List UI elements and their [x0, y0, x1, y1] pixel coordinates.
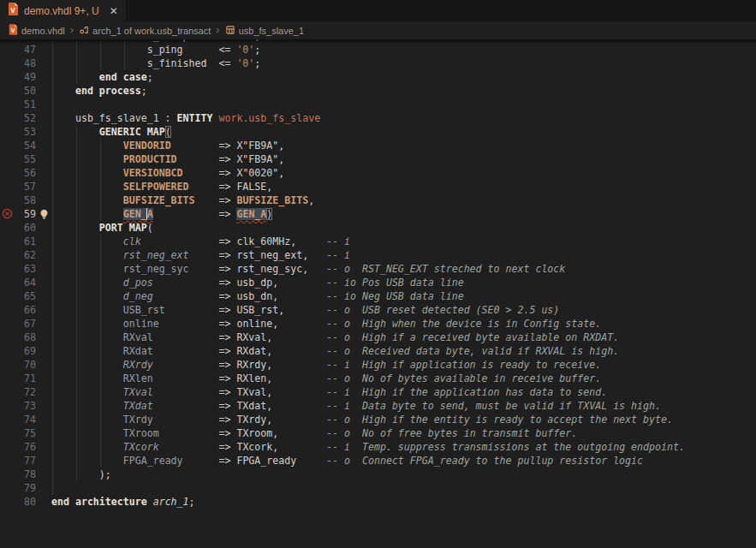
code-token	[51, 455, 123, 467]
line-number[interactable]: 50	[0, 84, 36, 98]
line-number[interactable]: 80	[0, 495, 36, 509]
code-line[interactable]: 53 GENERIC MAP(	[0, 125, 756, 139]
line-number[interactable]: 63	[0, 262, 36, 276]
code-line[interactable]: 62 rst_neg_ext => rst_neg_ext, -- i	[0, 248, 756, 262]
line-number[interactable]: 77	[0, 454, 36, 468]
indent-guide	[100, 152, 101, 166]
code-line[interactable]: 72 TXval => TXval, -- i High if the appl…	[0, 385, 756, 399]
code-line[interactable]: 59 GEN_A => GEN_A)	[0, 207, 756, 221]
code-line[interactable]: 73 TXdat => TXdat, -- i Data byte to sen…	[0, 399, 756, 413]
code-token	[147, 496, 153, 508]
code-line[interactable]: 58 BUFSIZE_BITS => BUFSIZE_BITS,	[0, 194, 756, 207]
line-number[interactable]: 51	[0, 98, 36, 111]
indent-guide	[124, 57, 125, 70]
code-line[interactable]: 69 RXdat => RXdat, -- o Received data by…	[0, 344, 756, 358]
line-number[interactable]: 67	[0, 317, 36, 331]
code-line[interactable]: 65 d_neg => usb_dn, -- io Neg USB data l…	[0, 289, 756, 303]
line-number[interactable]: 58	[0, 194, 36, 207]
code-line[interactable]: 70 RXrdy => RXrdy, -- i High if applicat…	[0, 358, 756, 372]
breadcrumb: V demo.vhdl › arch_1 of work.usb_transac…	[0, 21, 756, 39]
code-line[interactable]: 56 VERSIONBCD => X"0020",	[0, 166, 756, 180]
breadcrumb-item-architecture[interactable]: arch_1 of work.usb_transact	[79, 25, 211, 37]
code-line[interactable]: 64 d_pos => usb_dp, -- io Pos USB data l…	[0, 276, 756, 289]
code-token: => online,	[159, 318, 279, 330]
code-line[interactable]: 78 );	[0, 468, 756, 481]
line-number[interactable]: 64	[0, 276, 36, 289]
code-line[interactable]: 60 PORT MAP(	[0, 221, 756, 235]
line-number[interactable]: 57	[0, 180, 36, 194]
code-line[interactable]: 79	[0, 481, 756, 495]
code-line[interactable]: 47 s_ping <= '0';	[0, 43, 756, 57]
code-line[interactable]: 50 end process;	[0, 84, 756, 98]
line-number[interactable]: 72	[0, 385, 36, 399]
line-number[interactable]: 49	[0, 70, 36, 84]
code-token: -- o RST_NEG_EXT streched to next clock	[308, 263, 565, 275]
line-number[interactable]: 53	[0, 125, 36, 139]
line-number[interactable]: 47	[0, 43, 36, 57]
line-number[interactable]: 75	[0, 426, 36, 440]
line-number[interactable]: 48	[0, 57, 36, 70]
code-line[interactable]: 54 VENDORID => X"FB9A",	[0, 139, 756, 152]
indent-guide	[52, 440, 53, 454]
indent-guide	[100, 454, 101, 468]
code-line[interactable]: 63 rst_neg_syc => rst_neg_syc, -- o RST_…	[0, 262, 756, 276]
line-number[interactable]: 55	[0, 152, 36, 166]
line-number[interactable]: 52	[0, 111, 36, 125]
code-line[interactable]: 67 online => online, -- o High when the …	[0, 317, 756, 331]
indent-guide	[52, 139, 53, 152]
line-number[interactable]: 60	[0, 221, 36, 235]
indent-guide	[76, 235, 77, 248]
tab-demo-vhdl[interactable]: V demo.vhdl 9+, U ✕	[0, 0, 127, 21]
indent-guide	[52, 235, 53, 248]
code-editor[interactable]: 46 s_setup <= '0';47 s_ping <= '0';48 s_…	[0, 39, 756, 548]
line-number[interactable]: 56	[0, 166, 36, 180]
line-number[interactable]: 70	[0, 358, 36, 372]
line-number[interactable]: 61	[0, 235, 36, 248]
code-token: -- io Pos USB data line	[278, 277, 463, 289]
line-number[interactable]: 71	[0, 372, 36, 385]
code-line[interactable]: 49 end case;	[0, 70, 756, 84]
code-line[interactable]: 71 RXlen => RXlen, -- o No of bytes avai…	[0, 372, 756, 385]
code-line[interactable]: 74 TXrdy => TXrdy, -- o High if the enti…	[0, 413, 756, 426]
code-line[interactable]: 52 usb_fs_slave_1 : ENTITY work.usb_fs_s…	[0, 111, 756, 125]
code-line[interactable]: 76 TXcork => TXcork, -- i Temp. suppress…	[0, 440, 756, 454]
code-token: => RXlen,	[153, 372, 273, 384]
code-line[interactable]: 61 clk => clk_60MHz, -- i	[0, 235, 756, 248]
code-line[interactable]: 51	[0, 98, 756, 111]
code-line[interactable]: 68 RXval => RXval, -- o High if a receiv…	[0, 331, 756, 344]
breadcrumb-item-file[interactable]: V demo.vhdl	[9, 24, 65, 37]
code-line[interactable]: 55 PRODUCTID => X"FB9A",	[0, 152, 756, 166]
tab-title: demo.vhdl 9+, U	[24, 5, 99, 17]
code-text: end case;	[51, 70, 153, 84]
indent-guide	[52, 468, 53, 481]
indent-guide	[100, 139, 101, 152]
breadcrumb-item-instance[interactable]: usb_fs_slave_1	[225, 25, 304, 37]
indent-guide	[52, 331, 53, 344]
code-line[interactable]: 48 s_finished <= '0';	[0, 57, 756, 70]
line-number[interactable]: 59	[0, 207, 36, 221]
line-number[interactable]: 74	[0, 413, 36, 426]
line-number[interactable]: 73	[0, 399, 36, 413]
line-number[interactable]: 54	[0, 139, 36, 152]
line-number[interactable]: 79	[0, 481, 36, 495]
line-number[interactable]: 62	[0, 248, 36, 262]
line-number[interactable]: 65	[0, 289, 36, 303]
line-number[interactable]: 66	[0, 303, 36, 317]
indent-guide	[76, 358, 77, 372]
code-line[interactable]: 75 TXroom => TXroom, -- o No of free byt…	[0, 426, 756, 440]
indent-guide	[76, 454, 77, 468]
code-line[interactable]: 77 FPGA_ready => FPGA_ready -- o Connect…	[0, 454, 756, 468]
line-number[interactable]: 78	[0, 468, 36, 481]
code-token: end process	[75, 85, 141, 97]
code-line[interactable]: 66 USB_rst => USB_rst, -- o USB reset de…	[0, 303, 756, 317]
line-number[interactable]: 76	[0, 440, 36, 454]
code-token: (	[147, 222, 153, 234]
indent-guide	[100, 440, 101, 454]
line-number[interactable]: 68	[0, 331, 36, 344]
code-token: -- o High when the device is in Config s…	[278, 318, 601, 330]
code-line[interactable]: 57 SELFPOWERED => FALSE,	[0, 180, 756, 194]
close-icon[interactable]: ✕	[110, 6, 118, 16]
indent-guide	[76, 194, 77, 207]
code-line[interactable]: 80end architecture arch_1;	[0, 495, 756, 509]
line-number[interactable]: 69	[0, 344, 36, 358]
